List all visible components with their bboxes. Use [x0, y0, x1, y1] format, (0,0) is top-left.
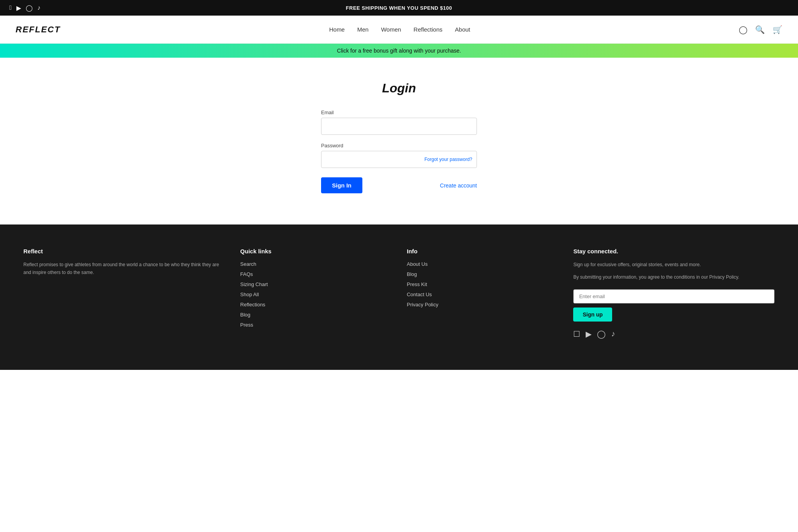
footer-brand-col: Reflect Reflect promises to give athlete…: [23, 248, 225, 339]
header-icons: ◯ 🔍 🛒: [739, 25, 782, 34]
newsletter-signup-button[interactable]: Sign up: [573, 308, 612, 322]
nav-home[interactable]: Home: [329, 26, 345, 33]
footer-link-shop-all[interactable]: Shop All: [240, 292, 259, 297]
list-item: Press: [240, 322, 391, 328]
footer-link-search[interactable]: Search: [240, 261, 256, 267]
email-label: Email: [321, 110, 477, 115]
logo[interactable]: REFLECT: [16, 25, 60, 35]
list-item: Reflections: [240, 301, 391, 308]
footer-social-icons: ☐ ▶ ◯ ♪: [573, 329, 775, 339]
cart-icon[interactable]: 🛒: [773, 25, 782, 34]
footer-grid: Reflect Reflect promises to give athlete…: [23, 248, 775, 339]
stay-connected-sub: By submitting your information, you agre…: [573, 273, 775, 281]
password-row: Forgot your password?: [321, 151, 477, 168]
footer-info-list: About Us Blog Press Kit Contact Us Priva…: [407, 261, 558, 308]
footer-link-faqs[interactable]: FAQs: [240, 271, 253, 277]
list-item: Shop All: [240, 291, 391, 297]
list-item: FAQs: [240, 271, 391, 277]
email-signup-row: Sign up: [573, 289, 775, 322]
forgot-password-link[interactable]: Forgot your password?: [424, 157, 472, 162]
password-label: Password: [321, 143, 477, 148]
footer-instagram-icon[interactable]: ◯: [597, 329, 606, 339]
header: REFLECT Home Men Women Reflections About…: [0, 16, 798, 44]
footer-info-heading: Info: [407, 248, 558, 255]
newsletter-email-input[interactable]: [573, 289, 775, 304]
footer-stay-connected-col: Stay connected. Sign up for exclusive of…: [573, 248, 775, 339]
nav-men[interactable]: Men: [357, 26, 369, 33]
footer-brand-name: Reflect: [23, 248, 225, 255]
instagram-icon[interactable]: ◯: [26, 4, 33, 12]
login-form: Email Password Forgot your password? Sig…: [321, 110, 477, 193]
footer-link-blog[interactable]: Blog: [240, 312, 251, 318]
login-title: Login: [382, 81, 416, 95]
main-content: Login Email Password Forgot your passwor…: [0, 58, 798, 224]
email-input[interactable]: [321, 118, 477, 135]
footer-link-sizing[interactable]: Sizing Chart: [240, 281, 268, 287]
footer-info-col: Info About Us Blog Press Kit Contact Us …: [407, 248, 558, 339]
footer-quick-links-heading: Quick links: [240, 248, 391, 255]
social-links:  ▶ ◯ ♪: [9, 4, 41, 12]
footer-info-privacy[interactable]: Privacy Policy: [407, 302, 438, 308]
main-nav: Home Men Women Reflections About: [329, 26, 470, 33]
youtube-icon[interactable]: ▶: [16, 4, 21, 12]
create-account-link[interactable]: Create account: [440, 182, 477, 189]
footer: Reflect Reflect promises to give athlete…: [0, 224, 798, 370]
footer-info-contact[interactable]: Contact Us: [407, 292, 432, 297]
list-item: Search: [240, 261, 391, 267]
footer-link-reflections[interactable]: Reflections: [240, 302, 265, 308]
search-icon[interactable]: 🔍: [755, 25, 765, 34]
list-item: Sizing Chart: [240, 281, 391, 287]
list-item: About Us: [407, 261, 558, 267]
list-item: Privacy Policy: [407, 301, 558, 308]
footer-info-blog[interactable]: Blog: [407, 271, 417, 277]
footer-stay-heading: Stay connected.: [573, 248, 775, 255]
list-item: Blog: [407, 271, 558, 277]
list-item: Press Kit: [407, 281, 558, 287]
promo-text: Click for a free bonus gift along with y…: [337, 48, 461, 54]
footer-quick-links-col: Quick links Search FAQs Sizing Chart Sho…: [240, 248, 391, 339]
footer-quick-links-list: Search FAQs Sizing Chart Shop All Reflec…: [240, 261, 391, 328]
stay-connected-desc: Sign up for exclusive offers, original s…: [573, 261, 775, 269]
footer-facebook-icon[interactable]: ☐: [573, 329, 580, 339]
announcement-text: FREE SHIPPING WHEN YOU SPEND $100: [346, 5, 452, 11]
email-group: Email: [321, 110, 477, 135]
footer-info-about[interactable]: About Us: [407, 261, 427, 267]
sign-in-button[interactable]: Sign In: [321, 177, 362, 193]
tiktok-icon[interactable]: ♪: [37, 4, 41, 11]
footer-youtube-icon[interactable]: ▶: [586, 329, 591, 339]
facebook-icon[interactable]: : [9, 4, 12, 11]
list-item: Blog: [240, 311, 391, 318]
list-item: Contact Us: [407, 291, 558, 297]
nav-reflections[interactable]: Reflections: [413, 26, 442, 33]
password-group: Password Forgot your password?: [321, 143, 477, 168]
account-icon[interactable]: ◯: [739, 25, 747, 34]
footer-brand-description: Reflect promises to give athletes from a…: [23, 261, 225, 277]
nav-women[interactable]: Women: [381, 26, 401, 33]
form-actions: Sign In Create account: [321, 177, 477, 193]
footer-info-press-kit[interactable]: Press Kit: [407, 281, 427, 287]
promo-bar[interactable]: Click for a free bonus gift along with y…: [0, 44, 798, 58]
top-bar:  ▶ ◯ ♪ FREE SHIPPING WHEN YOU SPEND $10…: [0, 0, 798, 16]
nav-about[interactable]: About: [455, 26, 470, 33]
footer-tiktok-icon[interactable]: ♪: [611, 329, 615, 338]
footer-link-press[interactable]: Press: [240, 322, 253, 328]
